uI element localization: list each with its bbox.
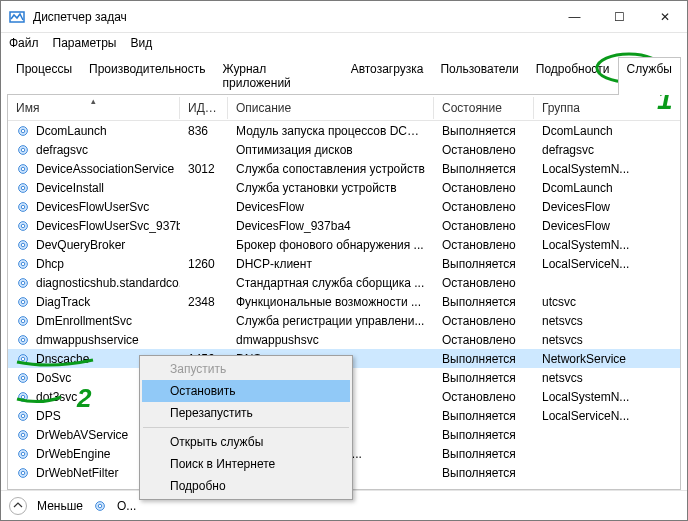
service-name: DevQueryBroker [36, 238, 125, 252]
cm-search-web[interactable]: Поиск в Интернете [142, 453, 350, 475]
service-desc: Стандартная служба сборщика ... [228, 276, 434, 290]
cm-stop[interactable]: Остановить [142, 380, 350, 402]
svg-point-2 [21, 129, 25, 133]
cm-details[interactable]: Подробно [142, 475, 350, 497]
cm-open-services[interactable]: Открыть службы [142, 431, 350, 453]
service-desc: DevicesFlow_937ba4 [228, 219, 434, 233]
app-icon [9, 9, 25, 25]
svg-point-36 [21, 452, 25, 456]
col-header-state[interactable]: Состояние [434, 97, 534, 119]
svg-point-18 [21, 281, 25, 285]
tab-users[interactable]: Пользователи [431, 57, 527, 94]
service-state: Остановлено [434, 143, 534, 157]
cm-restart[interactable]: Перезапустить [142, 402, 350, 424]
svg-point-8 [21, 186, 25, 190]
service-row[interactable]: DeviceAssociationService3012Служба сопос… [8, 159, 680, 178]
service-name: DoSvc [36, 371, 71, 385]
service-pid: 3012 [180, 162, 228, 176]
menu-params[interactable]: Параметры [53, 36, 117, 50]
col-header-name[interactable]: Имя ▴ [8, 97, 180, 119]
service-desc: DevicesFlow [228, 200, 434, 214]
service-icon [16, 219, 30, 233]
service-row[interactable]: DiagTrack2348Функциональные возможности … [8, 292, 680, 311]
fewer-details-link[interactable]: Меньше [37, 499, 83, 513]
service-row[interactable]: Dhcp1260DHCP-клиентВыполняетсяLocalServi… [8, 254, 680, 273]
service-row[interactable]: DevicesFlowUserSvcDevicesFlowОстановлено… [8, 197, 680, 216]
service-group: DevicesFlow [534, 200, 654, 214]
tab-processes[interactable]: Процессы [7, 57, 81, 94]
service-row[interactable]: dmwappushservicedmwappushsvcОстановленоn… [8, 330, 680, 349]
service-row[interactable]: defragsvcОптимизация дисковОстановленоde… [8, 140, 680, 159]
svg-point-28 [21, 376, 25, 380]
col-header-desc[interactable]: Описание [228, 97, 434, 119]
service-row[interactable]: DeviceInstallСлужба установки устройствО… [8, 178, 680, 197]
service-pid: 1260 [180, 257, 228, 271]
service-row[interactable]: DcomLaunch836Модуль запуска процессов DC… [8, 121, 680, 140]
service-desc: dmwappushsvc [228, 333, 434, 347]
minimize-button[interactable]: — [552, 2, 597, 32]
service-desc: Модуль запуска процессов DCO... [228, 124, 434, 138]
service-icon [16, 257, 30, 271]
service-name: DeviceInstall [36, 181, 104, 195]
service-group: LocalSystemN... [534, 162, 654, 176]
collapse-button[interactable] [9, 497, 27, 515]
service-pid: 2348 [180, 295, 228, 309]
service-state: Выполняется [434, 295, 534, 309]
svg-point-14 [21, 243, 25, 247]
service-name: DevicesFlowUserSvc [36, 200, 149, 214]
titlebar: Диспетчер задач — ☐ ✕ [1, 1, 687, 33]
service-name: DrWebNetFilter [36, 466, 118, 480]
svg-point-10 [21, 205, 25, 209]
tab-startup[interactable]: Автозагрузка [342, 57, 433, 94]
service-group: NetworkService [534, 352, 654, 366]
task-manager-window: Диспетчер задач — ☐ ✕ Файл Параметры Вид… [0, 0, 688, 521]
service-icon [16, 124, 30, 138]
svg-point-22 [21, 319, 25, 323]
tab-performance[interactable]: Производительность [80, 57, 214, 94]
col-header-name-label: Имя [16, 101, 39, 115]
service-desc: Брокер фонового обнаружения ... [228, 238, 434, 252]
service-row[interactable]: DevQueryBrokerБрокер фонового обнаружени… [8, 235, 680, 254]
tab-details[interactable]: Подробности [527, 57, 619, 94]
service-icon [16, 181, 30, 195]
service-group: utcsvc [534, 295, 654, 309]
service-state: Выполняется [434, 447, 534, 461]
svg-point-30 [21, 395, 25, 399]
menu-file[interactable]: Файл [9, 36, 39, 50]
service-state: Выполняется [434, 257, 534, 271]
service-state: Выполняется [434, 124, 534, 138]
menu-view[interactable]: Вид [130, 36, 152, 50]
service-name: dot3svc [36, 390, 77, 404]
cm-separator [143, 427, 349, 428]
service-row[interactable]: DmEnrollmentSvcСлужба регистрации управл… [8, 311, 680, 330]
service-state: Остановлено [434, 181, 534, 195]
tab-apphistory[interactable]: Журнал приложений [214, 57, 343, 94]
service-row[interactable]: DevicesFlowUserSvc_937ba4DevicesFlow_937… [8, 216, 680, 235]
close-button[interactable]: ✕ [642, 2, 687, 32]
service-icon [16, 409, 30, 423]
svg-point-40 [98, 504, 102, 508]
table-header-row: Имя ▴ ИД п... Описание Состояние Группа [8, 95, 680, 121]
service-name: DPS [36, 409, 61, 423]
service-icon [16, 390, 30, 404]
cm-start: Запустить [142, 358, 350, 380]
tab-services[interactable]: Службы [618, 57, 681, 94]
col-header-group[interactable]: Группа [534, 97, 654, 119]
service-name: Dhcp [36, 257, 64, 271]
svg-point-24 [21, 338, 25, 342]
maximize-button[interactable]: ☐ [597, 2, 642, 32]
service-icon [16, 352, 30, 366]
service-group: LocalServiceN... [534, 409, 654, 423]
open-services-link[interactable]: О... [117, 499, 136, 513]
service-state: Остановлено [434, 390, 534, 404]
service-icon [16, 143, 30, 157]
service-desc: Служба регистрации управлени... [228, 314, 434, 328]
service-state: Остановлено [434, 333, 534, 347]
service-desc: Оптимизация дисков [228, 143, 434, 157]
service-row[interactable]: diagnosticshub.standardco...Стандартная … [8, 273, 680, 292]
col-header-pid[interactable]: ИД п... [180, 97, 228, 119]
service-desc: Служба сопоставления устройств [228, 162, 434, 176]
svg-point-34 [21, 433, 25, 437]
service-group: LocalSystemN... [534, 390, 654, 404]
service-group: defragsvc [534, 143, 654, 157]
